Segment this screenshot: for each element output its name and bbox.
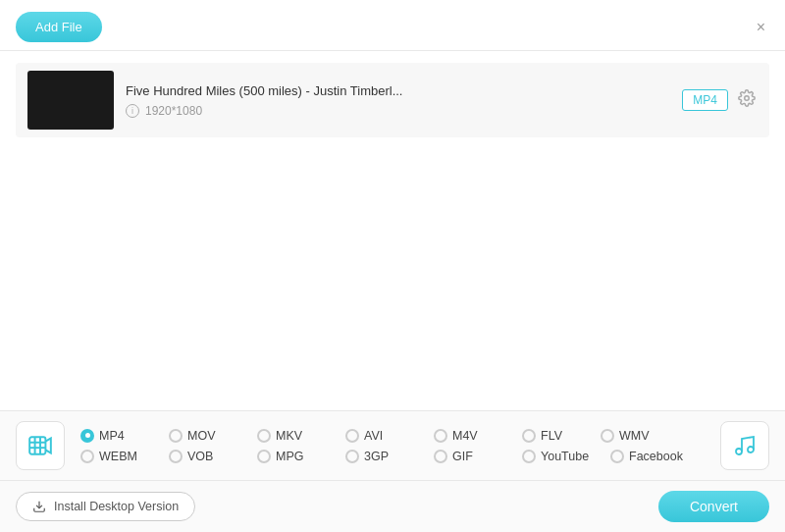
footer-bar: Install Desktop Version Convert <box>0 481 785 532</box>
format-wmv[interactable]: WMV <box>601 429 679 443</box>
file-meta: i 1920*1080 <box>126 104 670 118</box>
radio-3gp <box>345 450 359 463</box>
svg-point-0 <box>745 96 750 101</box>
radio-mp4 <box>80 429 94 443</box>
label-facebook: Facebook <box>629 450 683 463</box>
label-youtube: YouTube <box>541 450 589 463</box>
radio-facebook <box>610 450 624 463</box>
format-mkv[interactable]: MKV <box>257 429 345 443</box>
install-label: Install Desktop Version <box>54 500 179 513</box>
format-3gp[interactable]: 3GP <box>345 450 434 463</box>
format-mp4[interactable]: MP4 <box>80 429 169 443</box>
file-thumbnail <box>27 71 114 130</box>
radio-youtube <box>522 450 536 463</box>
convert-button[interactable]: Convert <box>658 491 769 522</box>
install-desktop-button[interactable]: Install Desktop Version <box>16 492 195 521</box>
file-list-area: Five Hundred Miles (500 miles) - Justin … <box>0 51 785 149</box>
label-mkv: MKV <box>276 429 302 443</box>
radio-mpg <box>257 450 271 463</box>
format-m4v[interactable]: M4V <box>434 429 522 443</box>
file-resolution: 1920*1080 <box>145 104 202 118</box>
add-file-button[interactable]: Add File <box>16 12 102 42</box>
top-bar: Add File × <box>0 0 785 51</box>
format-row-2: WEBM VOB MPG 3GP GIF <box>80 450 705 463</box>
format-facebook[interactable]: Facebook <box>610 450 689 463</box>
format-gif[interactable]: GIF <box>434 450 522 463</box>
radio-mkv <box>257 429 271 443</box>
download-icon <box>32 500 46 513</box>
format-mov[interactable]: MOV <box>169 429 257 443</box>
music-format-icon-box[interactable] <box>720 421 769 470</box>
bottom-panel: MP4 MOV MKV AVI M4V <box>0 410 785 532</box>
file-title: Five Hundred Miles (500 miles) - Justin … <box>126 83 670 98</box>
music-icon <box>733 434 757 457</box>
label-avi: AVI <box>364 429 383 443</box>
format-avi[interactable]: AVI <box>345 429 434 443</box>
radio-m4v <box>434 429 447 443</box>
format-webm[interactable]: WEBM <box>80 450 169 463</box>
label-wmv: WMV <box>619 429 650 443</box>
label-gif: GIF <box>452 450 473 463</box>
format-row-1: MP4 MOV MKV AVI M4V <box>80 429 705 443</box>
label-m4v: M4V <box>452 429 478 443</box>
file-info: Five Hundred Miles (500 miles) - Justin … <box>126 83 670 118</box>
format-vob[interactable]: VOB <box>169 450 257 463</box>
format-flv[interactable]: FLV <box>522 429 601 443</box>
radio-webm <box>80 450 94 463</box>
label-flv: FLV <box>541 429 562 443</box>
format-options-grid: MP4 MOV MKV AVI M4V <box>80 429 705 463</box>
settings-button[interactable] <box>736 87 758 113</box>
video-format-icon-box[interactable] <box>16 421 65 470</box>
radio-avi <box>345 429 359 443</box>
format-panel: MP4 MOV MKV AVI M4V <box>0 411 785 481</box>
video-icon <box>27 433 53 458</box>
radio-flv <box>522 429 536 443</box>
content-area <box>0 149 785 375</box>
label-webm: WEBM <box>99 450 137 463</box>
label-mov: MOV <box>187 429 215 443</box>
radio-vob <box>169 450 183 463</box>
info-icon[interactable]: i <box>126 104 139 118</box>
close-button[interactable]: × <box>753 18 769 37</box>
label-mp4: MP4 <box>99 429 125 443</box>
radio-mov <box>169 429 183 443</box>
svg-point-6 <box>736 449 742 454</box>
label-3gp: 3GP <box>364 450 389 463</box>
radio-gif <box>434 450 447 463</box>
file-item: Five Hundred Miles (500 miles) - Justin … <box>16 63 769 137</box>
svg-point-7 <box>748 447 754 452</box>
label-mpg: MPG <box>276 450 303 463</box>
svg-rect-1 <box>29 437 45 453</box>
label-vob: VOB <box>187 450 213 463</box>
format-mpg[interactable]: MPG <box>257 450 345 463</box>
format-badge-button[interactable]: MP4 <box>682 89 728 111</box>
format-youtube[interactable]: YouTube <box>522 450 610 463</box>
radio-wmv <box>601 429 614 443</box>
file-actions: MP4 <box>682 87 758 113</box>
